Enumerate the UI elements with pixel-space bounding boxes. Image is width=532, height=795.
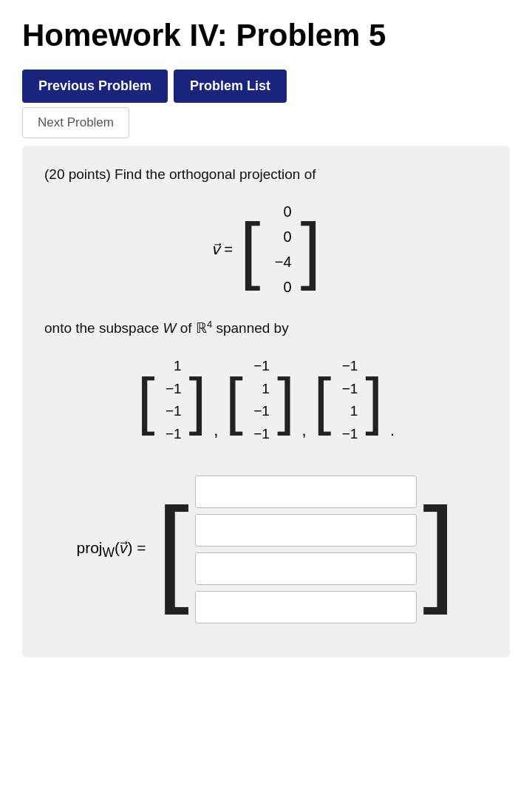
span-vector-2: [ −1 1 −1 −1 ] <box>225 353 294 447</box>
comma-1: , <box>214 421 218 440</box>
span-v2-values: −1 1 −1 −1 <box>243 353 277 447</box>
answer-inputs-container <box>189 468 423 631</box>
span-v2-left-bracket: [ <box>225 369 243 432</box>
vector-v-display: v⃗ = [ 0 0 −4 0 ] <box>44 196 488 302</box>
vector-v-row-3: −4 <box>270 251 292 273</box>
proj-section: projW(v⃗) = [ ] <box>44 468 488 631</box>
prev-problem-button[interactable]: Previous Problem <box>22 70 168 103</box>
next-problem-button[interactable]: Next Problem <box>22 107 129 138</box>
vector-v-matrix: [ 0 0 −4 0 ] <box>240 196 321 302</box>
span-v1-r4: −1 <box>163 424 182 445</box>
span-v1-values: 1 −1 −1 −1 <box>155 353 189 447</box>
span-v1-r2: −1 <box>163 379 182 400</box>
span-v3-r1: −1 <box>338 356 358 377</box>
vector-v-values: 0 0 −4 0 <box>261 196 301 302</box>
span-v1-r1: 1 <box>163 356 182 377</box>
answer-input-3[interactable] <box>195 552 417 585</box>
span-vector-1: [ 1 −1 −1 −1 ] <box>137 353 206 447</box>
answer-input-4[interactable] <box>195 591 417 623</box>
nav-buttons: Previous Problem Problem List <box>22 70 510 103</box>
span-vectors-display: [ 1 −1 −1 −1 ] , [ −1 1 −1 −1 ] , [ <box>44 353 488 447</box>
problem-box: (20 points) Find the orthogonal projecti… <box>22 146 510 657</box>
answer-right-bracket: ] <box>423 468 455 631</box>
subspace-text: onto the subspace W of ℝ4 spanned by <box>44 319 488 336</box>
comma-2: , <box>302 421 307 440</box>
page-title: Homework IV: Problem 5 <box>22 18 510 53</box>
span-v2-right-bracket: ] <box>277 369 295 432</box>
vector-v-row-1: 0 <box>270 200 292 223</box>
problem-intro: (20 points) Find the orthogonal projecti… <box>44 166 488 183</box>
vector-v-label: v⃗ = <box>211 240 233 258</box>
proj-label: projW(v⃗) = <box>76 539 146 561</box>
span-v3-r3: 1 <box>338 401 358 422</box>
subspace-text-part1: onto the subspace W of ℝ4 spanned by <box>44 320 289 336</box>
vector-v-row-4: 0 <box>270 276 292 298</box>
answer-input-2[interactable] <box>195 514 417 547</box>
vector-v-right-bracket: ] <box>301 212 321 286</box>
period: . <box>390 421 395 440</box>
span-v3-r4: −1 <box>338 424 358 445</box>
vector-v-left-bracket: [ <box>240 212 261 286</box>
next-button-row: Next Problem <box>22 107 510 138</box>
vector-v-row-2: 0 <box>270 226 292 248</box>
span-v2-r4: −1 <box>250 424 270 445</box>
span-v1-right-bracket: ] <box>189 369 207 432</box>
span-v2-r1: −1 <box>250 356 270 377</box>
answer-matrix: [ ] <box>157 468 456 631</box>
span-v3-left-bracket: [ <box>314 369 332 432</box>
problem-list-button[interactable]: Problem List <box>174 70 287 103</box>
span-v3-r2: −1 <box>338 379 358 400</box>
answer-input-1[interactable] <box>195 476 417 508</box>
span-vector-3: [ −1 −1 1 −1 ] <box>314 353 383 447</box>
span-v2-r2: 1 <box>250 379 270 400</box>
answer-left-bracket: [ <box>157 468 189 631</box>
span-v3-right-bracket: ] <box>365 369 383 432</box>
span-v1-left-bracket: [ <box>137 369 155 432</box>
span-v2-r3: −1 <box>250 401 270 422</box>
span-v1-r3: −1 <box>163 401 182 422</box>
span-v3-values: −1 −1 1 −1 <box>331 353 365 447</box>
